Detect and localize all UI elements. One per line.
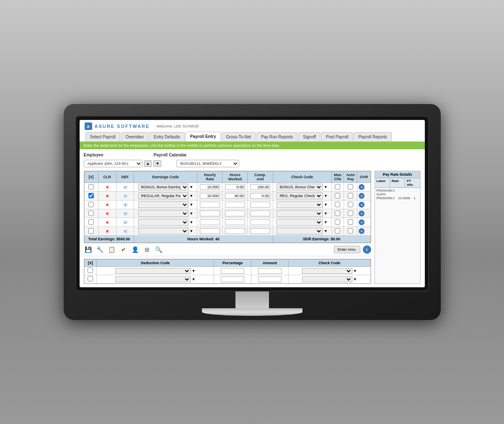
row1-earnings-select[interactable]: BONUS, Bonus Earning: — [138, 184, 189, 190]
row2-def[interactable]: 📧 — [116, 192, 134, 200]
row5-def[interactable]: 📧 — [116, 218, 134, 227]
row2-plus-btn[interactable]: + — [359, 193, 364, 199]
row6-clr[interactable]: ✖ — [98, 227, 116, 236]
row4-hours-worked[interactable] — [222, 209, 248, 218]
tab-signoff[interactable]: Signoff — [298, 132, 320, 141]
row4-checkbox[interactable] — [84, 209, 98, 218]
row1-comp-amt[interactable] — [248, 183, 273, 192]
row4-plus-btn[interactable]: + — [359, 211, 364, 216]
row1-check-input[interactable] — [88, 184, 94, 190]
row4-earnings-code[interactable]: ▼ — [134, 209, 197, 218]
row5-check-select[interactable] — [277, 219, 323, 226]
row6-def[interactable]: 📧 — [116, 227, 134, 236]
row3-hours-worked[interactable] — [222, 200, 248, 209]
row1-plus-btn[interactable]: + — [359, 184, 364, 190]
ded-row1-amount[interactable] — [251, 267, 289, 275]
row4-man-chk[interactable] — [331, 209, 344, 218]
search-button[interactable]: 🔍 — [154, 245, 163, 254]
layers-button[interactable]: 📋 — [107, 245, 116, 254]
row1-checkbox[interactable] — [84, 183, 98, 192]
row6-checkbox[interactable] — [84, 227, 98, 236]
row2-earnings-select[interactable]: REGULAR, Regular Pay — [138, 192, 189, 199]
tab-overrides[interactable]: Overrides — [121, 132, 148, 141]
row3-clr[interactable]: ✖ — [98, 200, 116, 209]
grid-button[interactable]: ⊞ — [142, 245, 152, 254]
row2-ovr[interactable]: + — [357, 192, 370, 200]
row4-earnings-select[interactable] — [138, 210, 189, 217]
tab-select-payroll[interactable]: Select Payroll — [85, 132, 120, 141]
ded-row2-code[interactable]: ▼ — [97, 275, 214, 284]
ded-row1-check-code[interactable]: ▼ — [289, 267, 370, 275]
row1-ovr[interactable]: + — [357, 183, 370, 192]
row5-plus-btn[interactable]: + — [359, 219, 364, 225]
row3-hourly-rate[interactable] — [197, 200, 222, 209]
row2-autopay-input[interactable] — [348, 193, 353, 198]
row1-comp-input[interactable] — [250, 184, 270, 190]
row2-man-chk[interactable] — [331, 192, 344, 200]
calendar-select[interactable]: BI20190111, BIWEEKLY — [176, 160, 239, 167]
ded-row1-percentage[interactable] — [214, 267, 251, 275]
row5-check-code[interactable]: ▼ — [273, 218, 331, 227]
row6-man-chk[interactable] — [331, 227, 344, 236]
row6-auto-pay[interactable] — [344, 227, 357, 236]
ded-row2-check-select[interactable] — [302, 276, 352, 282]
row1-hourly-rate[interactable] — [197, 183, 222, 192]
row3-def[interactable]: 📧 — [116, 200, 134, 209]
row5-earnings-select[interactable] — [138, 219, 189, 226]
row2-check-select[interactable]: REG, Regular Check — [277, 192, 323, 199]
row6-check-select[interactable] — [277, 228, 323, 234]
row1-hours-worked[interactable] — [222, 183, 248, 192]
row2-hours-input[interactable] — [225, 193, 245, 199]
row6-earnings-code[interactable]: ▼ — [134, 227, 197, 236]
save-button[interactable]: 💾 — [84, 245, 93, 254]
row5-ovr[interactable]: + — [357, 218, 370, 227]
row1-hours-input[interactable] — [225, 184, 245, 190]
row3-earnings-code[interactable]: ▼ — [134, 200, 197, 209]
row5-checkbox[interactable] — [84, 218, 98, 227]
row3-check-select[interactable] — [277, 201, 323, 208]
row4-comp-amt[interactable] — [248, 209, 273, 218]
row4-ovr[interactable]: + — [357, 209, 370, 218]
row5-hours-worked[interactable] — [222, 218, 248, 227]
row1-check-select[interactable]: BONUS, Bonus Check — [277, 184, 323, 190]
row1-manchk-input[interactable] — [335, 184, 340, 190]
row4-clr[interactable]: ✖ — [98, 209, 116, 218]
row2-hours-worked[interactable] — [222, 192, 248, 200]
ded-row1-code[interactable]: ▼ — [97, 267, 214, 275]
tab-post-payroll[interactable]: Post Payroll — [321, 132, 353, 141]
row3-auto-pay[interactable] — [344, 200, 357, 209]
row6-comp-amt[interactable] — [248, 227, 273, 236]
row1-check-code[interactable]: BONUS, Bonus Check ▼ — [273, 183, 331, 192]
row4-check-select[interactable] — [277, 210, 323, 217]
row6-plus-btn[interactable]: + — [359, 228, 364, 234]
row1-rate-input[interactable] — [200, 184, 220, 190]
row2-auto-pay[interactable] — [344, 192, 357, 200]
row3-ovr[interactable]: + — [357, 200, 370, 209]
ded-row2-checkbox[interactable] — [84, 275, 97, 284]
tab-payroll-entry[interactable]: Payroll Entry — [186, 132, 221, 141]
row2-rate-input[interactable] — [200, 193, 220, 199]
row1-earnings-code[interactable]: BONUS, Bonus Earning: ▼ — [134, 183, 197, 192]
wrench-button[interactable]: 🔧 — [96, 245, 105, 254]
row2-manchk-input[interactable] — [335, 193, 340, 198]
row5-auto-pay[interactable] — [344, 218, 357, 227]
tab-entry-defaults[interactable]: Entry Defaults — [149, 132, 185, 141]
row5-hourly-rate[interactable] — [197, 218, 222, 227]
row3-checkbox[interactable] — [84, 200, 98, 209]
row2-comp-amt[interactable] — [248, 192, 273, 200]
ded-row1-code-select[interactable] — [115, 268, 191, 274]
ded-row2-percentage[interactable] — [214, 275, 251, 284]
tab-gross-to-net[interactable]: Gross-To-Net — [222, 132, 256, 141]
row6-ovr[interactable]: + — [357, 227, 370, 236]
ded-row2-code-select[interactable] — [115, 276, 191, 282]
row2-checkbox[interactable] — [84, 192, 98, 200]
row1-man-chk[interactable] — [331, 183, 344, 192]
person-button[interactable]: 👤 — [131, 245, 140, 254]
row2-check-code[interactable]: REG, Regular Check ▼ — [273, 192, 331, 200]
ded-row2-amount[interactable] — [251, 275, 289, 284]
row4-hourly-rate[interactable] — [197, 209, 222, 218]
row6-hours-worked[interactable] — [222, 227, 248, 236]
employee-select[interactable]: Applicant John, 123-00-( — [84, 160, 142, 167]
row6-earnings-select[interactable] — [138, 228, 189, 234]
row1-clr[interactable]: ✖ — [98, 183, 116, 192]
